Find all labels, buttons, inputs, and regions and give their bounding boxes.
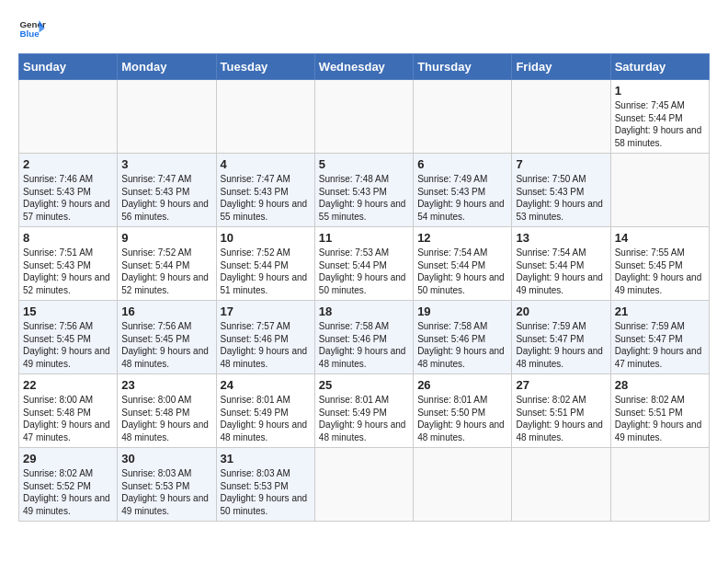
day-cell-5: 5Sunrise: 7:48 AMSunset: 5:43 PMDaylight… [314, 154, 413, 227]
day-header-thursday: Thursday [414, 54, 512, 80]
empty-cell [414, 80, 512, 154]
day-header-monday: Monday [118, 54, 216, 80]
day-header-friday: Friday [512, 54, 610, 80]
day-header-tuesday: Tuesday [216, 54, 314, 80]
day-header-wednesday: Wednesday [314, 54, 413, 80]
day-cell-26: 26Sunrise: 8:01 AMSunset: 5:50 PMDayligh… [414, 374, 512, 448]
day-cell-27: 27Sunrise: 8:02 AMSunset: 5:51 PMDayligh… [512, 374, 610, 448]
day-cell-3: 3Sunrise: 7:47 AMSunset: 5:43 PMDaylight… [118, 154, 216, 227]
day-cell-8: 8Sunrise: 7:51 AMSunset: 5:43 PMDaylight… [19, 227, 118, 301]
day-cell-12: 12Sunrise: 7:54 AMSunset: 5:44 PMDayligh… [414, 227, 512, 301]
empty-cell [314, 448, 413, 522]
day-header-saturday: Saturday [610, 54, 709, 80]
empty-cell [414, 448, 512, 522]
day-header-sunday: Sunday [19, 54, 118, 80]
header-row-days: SundayMondayTuesdayWednesdayThursdayFrid… [19, 54, 710, 80]
empty-cell [512, 448, 610, 522]
day-cell-15: 15Sunrise: 7:56 AMSunset: 5:45 PMDayligh… [19, 301, 118, 374]
day-cell-28: 28Sunrise: 8:02 AMSunset: 5:51 PMDayligh… [610, 374, 709, 448]
calendar-table: SundayMondayTuesdayWednesdayThursdayFrid… [18, 53, 710, 522]
day-cell-21: 21Sunrise: 7:59 AMSunset: 5:47 PMDayligh… [610, 301, 709, 374]
empty-cell [610, 154, 709, 227]
day-cell-24: 24Sunrise: 8:01 AMSunset: 5:49 PMDayligh… [216, 374, 314, 448]
day-cell-23: 23Sunrise: 8:00 AMSunset: 5:48 PMDayligh… [118, 374, 216, 448]
day-cell-19: 19Sunrise: 7:58 AMSunset: 5:46 PMDayligh… [414, 301, 512, 374]
day-cell-2: 2Sunrise: 7:46 AMSunset: 5:43 PMDaylight… [19, 154, 118, 227]
day-cell-14: 14Sunrise: 7:55 AMSunset: 5:45 PMDayligh… [610, 227, 709, 301]
day-cell-11: 11Sunrise: 7:53 AMSunset: 5:44 PMDayligh… [314, 227, 413, 301]
empty-cell [118, 80, 216, 154]
day-cell-22: 22Sunrise: 8:00 AMSunset: 5:48 PMDayligh… [19, 374, 118, 448]
day-cell-4: 4Sunrise: 7:47 AMSunset: 5:43 PMDaylight… [216, 154, 314, 227]
header-row: General Blue [18, 15, 710, 42]
day-cell-30: 30Sunrise: 8:03 AMSunset: 5:53 PMDayligh… [118, 448, 216, 522]
day-cell-16: 16Sunrise: 7:56 AMSunset: 5:45 PMDayligh… [118, 301, 216, 374]
empty-cell [610, 448, 709, 522]
empty-cell [512, 80, 610, 154]
empty-cell [19, 80, 118, 154]
day-cell-29: 29Sunrise: 8:02 AMSunset: 5:52 PMDayligh… [19, 448, 118, 522]
logo: General Blue [18, 15, 46, 42]
day-cell-17: 17Sunrise: 7:57 AMSunset: 5:46 PMDayligh… [216, 301, 314, 374]
day-cell-13: 13Sunrise: 7:54 AMSunset: 5:44 PMDayligh… [512, 227, 610, 301]
day-cell-7: 7Sunrise: 7:50 AMSunset: 5:43 PMDaylight… [512, 154, 610, 227]
day-cell-25: 25Sunrise: 8:01 AMSunset: 5:49 PMDayligh… [314, 374, 413, 448]
empty-cell [216, 80, 314, 154]
day-cell-20: 20Sunrise: 7:59 AMSunset: 5:47 PMDayligh… [512, 301, 610, 374]
main-container: General Blue SundayMondayTuesdayWednesda… [0, 0, 728, 531]
logo-icon: General Blue [18, 15, 46, 42]
day-cell-31: 31Sunrise: 8:03 AMSunset: 5:53 PMDayligh… [216, 448, 314, 522]
svg-text:Blue: Blue [20, 29, 40, 39]
day-cell-18: 18Sunrise: 7:58 AMSunset: 5:46 PMDayligh… [314, 301, 413, 374]
day-cell-10: 10Sunrise: 7:52 AMSunset: 5:44 PMDayligh… [216, 227, 314, 301]
empty-cell [314, 80, 413, 154]
day-cell-1: 1Sunrise: 7:45 AMSunset: 5:44 PMDaylight… [610, 80, 709, 154]
day-cell-6: 6Sunrise: 7:49 AMSunset: 5:43 PMDaylight… [414, 154, 512, 227]
day-cell-9: 9Sunrise: 7:52 AMSunset: 5:44 PMDaylight… [118, 227, 216, 301]
